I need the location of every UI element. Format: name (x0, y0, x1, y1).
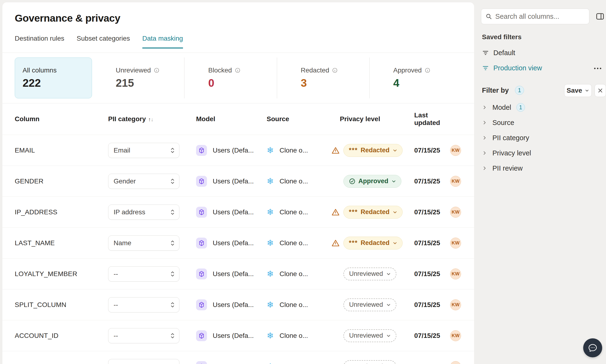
pii-category-select[interactable]: -- (108, 328, 179, 343)
filter-group-label: PII review (492, 164, 523, 172)
source-cell[interactable]: ❄ Clone o... (267, 177, 331, 186)
header-pii-category[interactable]: PII category↑↓ (108, 115, 196, 123)
chevron-down-icon (392, 148, 398, 153)
privacy-cell: *** Redacted (331, 206, 403, 219)
privacy-badge[interactable]: Approved (343, 175, 401, 188)
model-name: Users (Defa... (213, 239, 254, 247)
header-column[interactable]: Column (15, 115, 108, 123)
model-cell[interactable]: Users (Defa... (196, 299, 267, 310)
privacy-badge[interactable]: Unreviewed (343, 329, 396, 342)
pii-category-select[interactable]: Gender (108, 174, 179, 189)
source-cell[interactable]: ❄ Clone o... (267, 208, 331, 216)
pii-category-select[interactable]: -- (108, 266, 179, 282)
pii-category-select[interactable]: -- (108, 297, 179, 312)
chevron-down-icon (386, 333, 391, 338)
header-source[interactable]: Source (267, 115, 331, 123)
avatar[interactable]: KW (450, 299, 461, 310)
chevron-down-icon (391, 179, 396, 184)
pii-category-select[interactable]: Name (108, 235, 179, 251)
privacy-label: Redacted (361, 208, 390, 216)
pii-category-select[interactable]: -- (108, 359, 179, 364)
avatar[interactable]: KW (450, 330, 461, 341)
header-privacy-level[interactable]: Privacy level (331, 115, 403, 123)
avatar[interactable]: KW (450, 176, 461, 187)
source-name: Clone o... (279, 178, 308, 185)
filter-group[interactable]: Model 1 (482, 100, 599, 115)
model-cube-icon (196, 207, 207, 218)
stat-value: 215 (116, 77, 184, 89)
header-model[interactable]: Model (196, 115, 267, 123)
model-cell[interactable]: Users (Defa... (196, 145, 267, 156)
filter-group[interactable]: PII category (482, 130, 599, 145)
model-cell[interactable]: Users (Defa... (196, 207, 267, 218)
filter-by-row: Filter by 1 Save (482, 84, 606, 97)
source-cell[interactable]: ❄ Clone o... (267, 146, 331, 155)
search-box[interactable] (481, 9, 589, 24)
stat-label: All columns (23, 66, 92, 74)
privacy-badge[interactable]: *** Redacted (343, 206, 403, 219)
table-header: Column PII category↑↓ Model Source Priva… (2, 103, 474, 135)
panel-toggle-icon[interactable] (595, 12, 605, 21)
privacy-badge[interactable]: *** Redacted (343, 237, 403, 249)
privacy-badge[interactable]: Unreviewed (343, 360, 396, 364)
filter-icon (482, 49, 489, 56)
table-body: EMAIL Email Users (Defa... ❄ Clone o... … (2, 135, 474, 364)
source-cell[interactable]: ❄ Clone o... (267, 362, 331, 364)
source-cell[interactable]: ❄ Clone o... (267, 270, 331, 278)
saved-filter-item[interactable]: Production view (482, 60, 599, 76)
privacy-badge[interactable]: Unreviewed (343, 268, 396, 280)
avatar[interactable]: KW (450, 269, 461, 279)
snowflake-icon: ❄ (267, 239, 274, 247)
saved-filters-list: Default Production view (482, 45, 599, 76)
model-cell[interactable]: Users (Defa... (196, 238, 267, 248)
close-filters-button[interactable] (595, 84, 606, 97)
model-cell[interactable]: Users (Defa... (196, 361, 267, 364)
saved-filter-item[interactable]: Default (482, 45, 599, 60)
stat-item[interactable]: Blocked 0 (184, 57, 277, 98)
tab[interactable]: Destination rules (15, 35, 64, 49)
pii-select-value: -- (114, 301, 118, 309)
save-filter-button[interactable]: Save (564, 84, 592, 97)
stat-item[interactable]: Approved 4 (369, 57, 462, 98)
column-name: GENDER (15, 178, 108, 185)
warning-icon (331, 146, 340, 155)
source-cell[interactable]: ❄ Clone o... (267, 331, 331, 340)
model-cell[interactable]: Users (Defa... (196, 176, 267, 187)
stat-item[interactable]: Redacted 3 (277, 57, 369, 98)
tab[interactable]: Data masking (142, 35, 183, 49)
last-updated: 07/15/25 (403, 363, 450, 364)
model-cell[interactable]: Users (Defa... (196, 269, 267, 279)
search-input[interactable] (495, 13, 585, 20)
filter-group[interactable]: Privacy level (482, 145, 599, 161)
warning-icon (331, 239, 340, 247)
chat-fab-button[interactable] (583, 338, 602, 357)
header-last-updated[interactable]: Last updated (403, 111, 450, 127)
pii-category-select[interactable]: IP address (108, 205, 179, 220)
pii-select-value: IP address (114, 208, 145, 216)
sort-icon[interactable]: ↑↓ (148, 117, 154, 122)
avatar[interactable]: KW (450, 207, 461, 218)
privacy-label: Unreviewed (349, 332, 383, 339)
filter-group[interactable]: PII review (482, 161, 599, 176)
pii-category-select[interactable]: Email (108, 143, 179, 158)
stat-item[interactable]: Unreviewed 215 (92, 57, 184, 98)
model-cube-icon (196, 330, 207, 341)
snowflake-icon: ❄ (267, 362, 274, 364)
avatar[interactable]: KW (450, 145, 461, 156)
privacy-label: Unreviewed (349, 363, 383, 364)
table-row: ACCOUNT_ID -- Users (Defa... ❄ Clone o..… (2, 320, 474, 351)
info-icon (235, 67, 240, 73)
stat-label: Unreviewed (116, 66, 184, 74)
filter-group[interactable]: Source (482, 115, 599, 130)
privacy-badge[interactable]: *** Redacted (343, 144, 403, 157)
chevron-right-icon (482, 166, 487, 171)
saved-filter-menu-button[interactable] (594, 65, 605, 71)
avatar[interactable]: KW (450, 361, 461, 364)
source-cell[interactable]: ❄ Clone o... (267, 300, 331, 309)
model-cell[interactable]: Users (Defa... (196, 330, 267, 341)
avatar[interactable]: KW (450, 238, 461, 248)
privacy-badge[interactable]: Unreviewed (343, 299, 396, 311)
stat-all-columns[interactable]: All columns 222 (15, 57, 92, 98)
source-cell[interactable]: ❄ Clone o... (267, 239, 331, 247)
tab[interactable]: Subset categories (77, 35, 130, 49)
